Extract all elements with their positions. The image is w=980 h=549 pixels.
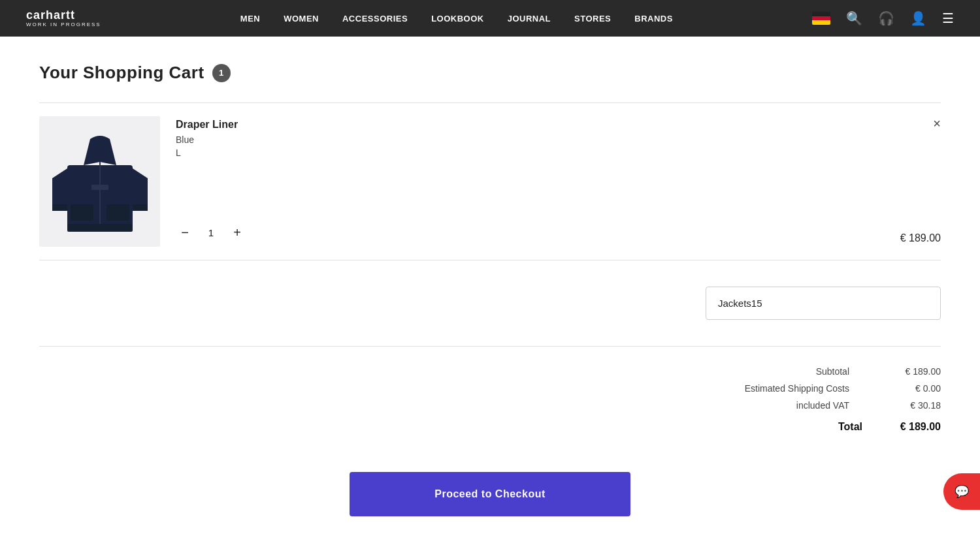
svg-rect-3 <box>106 204 129 221</box>
logo-name: carhartt <box>26 9 101 22</box>
subtotal-value: € 189.00 <box>889 366 941 377</box>
page-title: Your Shopping Cart <box>39 63 204 83</box>
total-label: Total <box>838 421 862 433</box>
svg-rect-5 <box>52 204 67 211</box>
nav-women[interactable]: WOMEN <box>284 14 319 24</box>
menu-icon[interactable]: ☰ <box>942 10 954 26</box>
nav-menu: MEN WOMEN ACCESSORIES LOOKBOOK JOURNAL S… <box>240 12 673 24</box>
product-image <box>39 116 160 247</box>
page-title-section: Your Shopping Cart 1 <box>39 37 941 102</box>
nav-men[interactable]: MEN <box>240 14 260 24</box>
vat-value: € 30.18 <box>889 400 941 411</box>
jacket-illustration <box>51 126 149 237</box>
vat-row: included VAT € 30.18 <box>796 400 941 411</box>
nav-accessories[interactable]: ACCESSORIES <box>342 14 408 24</box>
language-flag[interactable] <box>812 12 830 25</box>
svg-rect-7 <box>91 185 108 190</box>
svg-rect-2 <box>71 204 93 221</box>
svg-rect-4 <box>67 224 133 232</box>
product-size: L <box>176 148 941 158</box>
checkout-section: Proceed to Checkout <box>39 452 941 549</box>
order-summary: Subtotal € 189.00 Estimated Shipping Cos… <box>39 346 941 452</box>
remove-item-button[interactable]: × <box>933 116 941 131</box>
user-icon[interactable]: 👤 <box>910 10 926 26</box>
product-color: Blue <box>176 134 941 145</box>
product-price: € 189.00 <box>900 232 941 244</box>
quantity-value: 1 <box>204 227 218 238</box>
chat-icon: 💬 <box>955 484 969 499</box>
subtotal-label: Subtotal <box>816 366 849 377</box>
nav-lookbook[interactable]: LOOKBOOK <box>431 14 484 24</box>
total-row: Total € 189.00 <box>838 421 941 433</box>
nav-stores[interactable]: STORES <box>574 14 611 24</box>
coupon-section <box>39 260 941 346</box>
shipping-row: Estimated Shipping Costs € 0.00 <box>745 383 941 394</box>
shipping-value: € 0.00 <box>889 383 941 394</box>
quantity-increase-button[interactable]: + <box>228 223 246 242</box>
svg-rect-6 <box>133 204 148 211</box>
headphones-icon[interactable]: 🎧 <box>878 10 894 26</box>
nav-icons: 🔍 🎧 👤 ☰ <box>812 10 954 26</box>
checkout-button[interactable]: Proceed to Checkout <box>350 472 630 516</box>
coupon-input[interactable] <box>706 287 941 320</box>
cart-item-row: Draper Liner Blue L − 1 + × € 189.00 <box>39 102 941 260</box>
cart-item-details: Draper Liner Blue L − 1 + <box>176 116 941 242</box>
total-value: € 189.00 <box>889 421 941 433</box>
nav-brands[interactable]: BRANDS <box>634 14 673 24</box>
navigation: carhartt WORK IN PROGRESS MEN WOMEN ACCE… <box>0 0 980 37</box>
quantity-decrease-button[interactable]: − <box>176 223 194 242</box>
logo[interactable]: carhartt WORK IN PROGRESS <box>26 9 101 28</box>
shipping-label: Estimated Shipping Costs <box>745 383 849 394</box>
cart-count-badge: 1 <box>212 64 231 82</box>
subtotal-row: Subtotal € 189.00 <box>816 366 941 377</box>
chat-bubble[interactable]: 💬 <box>943 473 980 510</box>
logo-subtitle: WORK IN PROGRESS <box>26 22 101 28</box>
quantity-section: − 1 + <box>176 223 941 242</box>
search-icon[interactable]: 🔍 <box>846 10 862 26</box>
main-content: Your Shopping Cart 1 <box>0 37 980 549</box>
product-name: Draper Liner <box>176 119 941 131</box>
nav-journal[interactable]: JOURNAL <box>508 14 551 24</box>
vat-label: included VAT <box>796 400 849 411</box>
